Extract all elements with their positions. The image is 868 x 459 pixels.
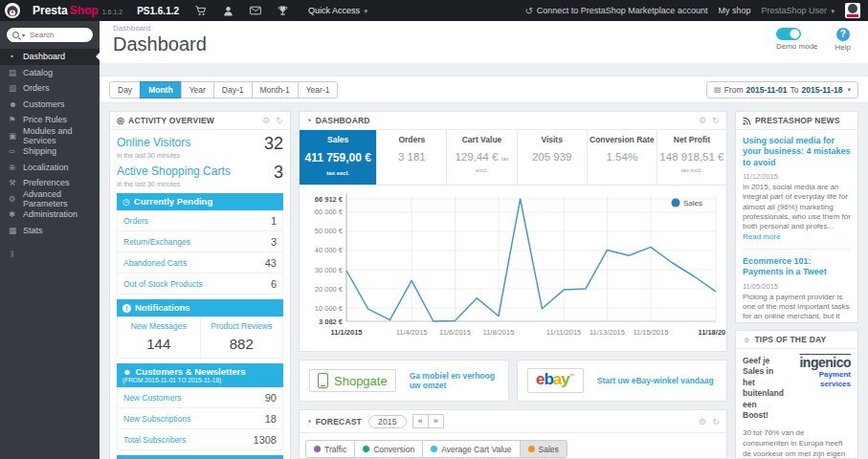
active-carts-stat[interactable]: Active Shopping Carts 3	[117, 164, 283, 180]
sidebar-item-advanced-parameters[interactable]: ⚙Advanced Parameters	[0, 191, 100, 208]
svg-text:3 082 €: 3 082 €	[319, 317, 344, 326]
row-link[interactable]: New Subscriptions	[123, 414, 190, 424]
svg-text:Sales: Sales	[683, 199, 702, 208]
svg-text:11/6/2015: 11/6/2015	[439, 328, 471, 337]
tips-body-text: 30 tot 70% van de consumenten in Europa …	[743, 427, 851, 459]
customers-row-new-customers: New Customers90	[117, 387, 283, 408]
forecast-prev-button[interactable]: «	[412, 414, 429, 428]
range-month-1-button[interactable]: Month-1	[252, 81, 299, 98]
online-visitors-stat[interactable]: Online Visitors 32	[117, 136, 283, 151]
row-link[interactable]: Return/Exchanges	[123, 237, 190, 247]
customers-row-new-subscriptions: New Subscriptions18	[117, 408, 283, 429]
trophy-icon[interactable]	[278, 6, 288, 16]
row-link[interactable]: Total Subscribers	[123, 435, 186, 445]
sidebar-collapse-icon[interactable]: ‖	[11, 250, 100, 259]
row-link[interactable]: Abandoned Carts	[123, 258, 187, 268]
range-month-button[interactable]: Month	[140, 81, 182, 98]
customers-newsletters-header: ☻Customers & Newsletters(FROM 2015-11-01…	[117, 363, 283, 388]
forecast-avg-cart-button[interactable]: Average Cart Value	[422, 440, 520, 458]
date-to-label: To	[790, 85, 798, 95]
range-day-button[interactable]: Day	[109, 81, 141, 98]
news-article-title[interactable]: Ecommerce 101: Payments in a Tweet	[743, 256, 851, 278]
sidebar-item-dashboard[interactable]: ◔Dashboard	[0, 49, 100, 65]
kpi-net-profit[interactable]: Net Profit148 918,51 € tax excl.	[657, 130, 726, 185]
kpi-cart-value[interactable]: Cart Value129,44 € tax excl.	[446, 130, 516, 185]
sidebar-item-label: Stats	[23, 226, 43, 235]
my-shop-link[interactable]: My shop	[718, 6, 750, 15]
tips-panel-title: TIPS OF THE DAY	[754, 335, 826, 344]
range-year-1-button[interactable]: Year-1	[298, 81, 339, 98]
ebay-link[interactable]: Start uw eBay-winkel vandaag	[597, 376, 714, 385]
page-header: Dashboard Dashboard Demo mode ? Help	[100, 21, 868, 63]
sidebar-item-administration[interactable]: ✱Administration	[0, 207, 100, 223]
forecast-next-button[interactable]: »	[428, 414, 444, 428]
customer-icon[interactable]	[223, 6, 234, 16]
new-messages-cell[interactable]: New Messages 144	[117, 317, 200, 359]
svg-text:60 000 €: 60 000 €	[315, 208, 344, 216]
kpi-visits[interactable]: Visits205 939	[517, 130, 587, 185]
refresh-icon[interactable]: ↻	[276, 116, 283, 125]
sidebar-item-modules[interactable]: ▣Modules and Services	[0, 128, 100, 144]
kpi-row: Sales411 759,00 € tax excl. Orders3 181 …	[300, 130, 726, 186]
notifications-cells: New Messages 144 Product Reviews 882	[117, 317, 283, 359]
sidebar-item-customers[interactable]: ☻Customers	[0, 97, 100, 113]
shopgate-link[interactable]: Ga mobiel en verhoog uw omzet	[410, 371, 499, 390]
exclamation-icon: !	[122, 304, 131, 313]
svg-text:50 000 €: 50 000 €	[315, 227, 344, 235]
row-link[interactable]: New Customers	[123, 393, 181, 403]
kpi-sales[interactable]: Sales411 759,00 € tax excl.	[300, 130, 376, 185]
sidebar-item-label: Shipping	[23, 146, 56, 156]
sidebar-item-stats[interactable]: ▦Stats	[0, 223, 100, 239]
sidebar-search[interactable]: ▾	[7, 28, 93, 42]
wrench-icon: ⚒	[9, 178, 23, 187]
range-year-button[interactable]: Year	[181, 81, 214, 98]
help-icon[interactable]: ?	[836, 28, 850, 41]
cart-icon[interactable]	[195, 6, 207, 16]
product-reviews-cell[interactable]: Product Reviews 882	[200, 317, 284, 359]
sidebar-item-catalog[interactable]: ▤Catalog	[0, 65, 100, 81]
refresh-icon[interactable]: ↻	[712, 116, 720, 125]
date-filter-toolbar: Day Month Year Day-1 Month-1 Year-1 ▤ Fr…	[100, 76, 868, 103]
gear-icon[interactable]: ⚙	[699, 116, 706, 125]
gear-icon[interactable]: ⚙	[699, 417, 706, 426]
prestashop-logo-icon[interactable]	[5, 3, 20, 18]
svg-text:66 912 €: 66 912 €	[315, 195, 344, 204]
kpi-orders[interactable]: Orders3 181	[376, 130, 446, 185]
svg-text:11/15/2015: 11/15/2015	[633, 328, 668, 337]
sidebar-item-orders[interactable]: ▥Orders	[0, 80, 100, 97]
traffic-dot-icon	[314, 446, 321, 452]
sidebar-item-localization[interactable]: ⊕Localization	[0, 160, 100, 176]
sidebar-item-label: Orders	[23, 83, 50, 93]
user-avatar[interactable]	[845, 3, 860, 18]
row-link[interactable]: Orders	[123, 216, 148, 226]
svg-text:40 000 €: 40 000 €	[315, 246, 344, 254]
news-article-title[interactable]: Using social media for your business: 4 …	[743, 136, 851, 168]
search-input[interactable]	[28, 30, 87, 40]
svg-text:11/11/2015: 11/11/2015	[546, 328, 581, 337]
refresh-icon[interactable]: ↻	[712, 417, 720, 426]
svg-text:11/8/2015: 11/8/2015	[483, 328, 515, 337]
range-day-1-button[interactable]: Day-1	[213, 81, 253, 98]
traffic-header: ⊕Traffic(FROM 2015-11-01 TO 2015-11-18)	[117, 455, 283, 459]
forecast-sales-button[interactable]: Sales	[520, 440, 568, 458]
calendar-icon: ▤	[714, 85, 722, 94]
partner-modules-row: Shopgate Ga mobiel en verhoog uw omzet e…	[299, 360, 727, 402]
gear-icon[interactable]: ⚙	[262, 116, 270, 125]
forecast-conversion-button[interactable]: Conversion	[354, 440, 423, 458]
ingenico-logo: ingenico Payment services	[789, 356, 851, 422]
active-carts-value: 3	[274, 164, 283, 180]
kpi-conversion-rate[interactable]: Conversion Rate1.54%	[587, 130, 657, 185]
row-link[interactable]: Out of Stock Products	[123, 279, 203, 289]
date-range-button[interactable]: ▤ From 2015-11-01 To 2015-11-18 ▾	[706, 81, 858, 98]
sidebar-item-label: Advanced Parameters	[23, 189, 100, 208]
breadcrumb: Dashboard	[113, 24, 855, 33]
version-label: 1.6.1.2	[102, 9, 122, 15]
read-more-link[interactable]: Read more	[743, 232, 781, 241]
marketplace-link[interactable]: ↺ Connect to PrestaShop Marketplace acco…	[524, 6, 707, 16]
forecast-traffic-button[interactable]: Traffic	[305, 440, 355, 458]
messages-icon[interactable]	[250, 6, 261, 15]
user-menu[interactable]: PrestaShop User ▾	[761, 6, 835, 15]
demo-mode-toggle[interactable]	[776, 28, 818, 40]
sidebar-item-shipping[interactable]: ⇨Shipping	[0, 143, 100, 160]
quick-access-menu[interactable]: Quick Access ▾	[308, 6, 367, 15]
